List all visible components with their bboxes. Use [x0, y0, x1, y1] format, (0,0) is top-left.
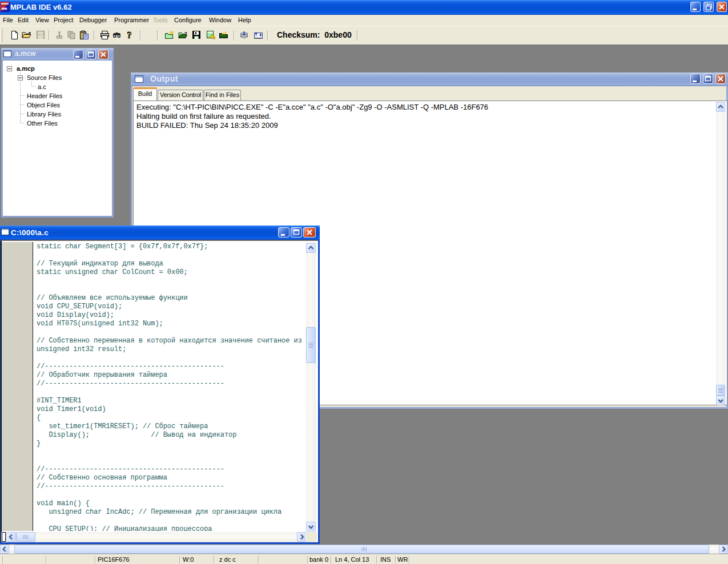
svg-text:?: ? [127, 30, 132, 40]
